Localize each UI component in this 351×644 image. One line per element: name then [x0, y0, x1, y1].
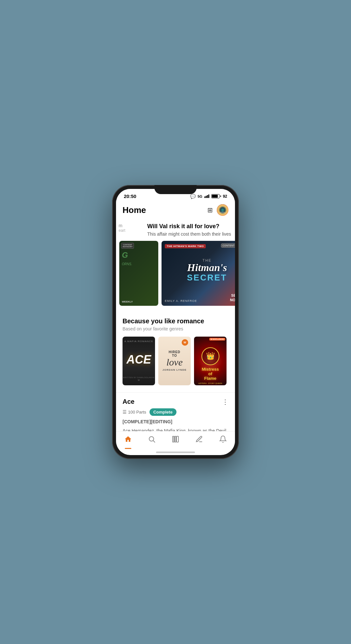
nav-item-library[interactable] — [172, 435, 179, 445]
svg-point-4 — [149, 437, 154, 441]
complete-badge: Complete — [150, 408, 176, 416]
book-banner-featured[interactable]: THE HITMAN'S MARK TWO CONTENT ADVISORY T… — [162, 241, 235, 306]
banner-partial-sub: eart — [119, 228, 139, 233]
hitman-promo-text: SEASON 1NOW FREE — [230, 293, 235, 303]
book-detail-header: Ace ⋮ — [123, 398, 228, 406]
write-icon — [195, 435, 203, 445]
nav-item-notifications[interactable] — [219, 435, 227, 445]
ace-wattpad: w — [123, 378, 155, 381]
book-banner-left[interactable]: CONTENTADVISORY G ORNS. WEEKLY — [119, 241, 158, 306]
header-icons: ⊞ — [207, 204, 228, 216]
ace-title-display: ACE — [123, 353, 155, 366]
parts-info: ☰ 100 Parts — [123, 409, 146, 415]
svg-line-5 — [153, 441, 155, 443]
banner-title: Will Val risk it all for love? — [147, 223, 234, 230]
exclusive-badge: W Exclusive — [209, 338, 225, 341]
avatar[interactable] — [217, 204, 228, 216]
app-header: Home ⊞ — [116, 202, 235, 220]
weekly-badge: WEEKLY — [122, 300, 133, 303]
battery-level: 92 — [223, 194, 227, 199]
library-icon — [172, 435, 179, 445]
svg-rect-7 — [175, 436, 176, 442]
page-title: Home — [123, 205, 146, 215]
banner-card-main[interactable]: Will Val risk it all for love? This affa… — [142, 220, 235, 241]
mistress-title: MistressofFlame — [202, 367, 219, 381]
signal-bars — [204, 194, 209, 198]
notifications-icon — [219, 435, 227, 445]
book-detail-title: Ace — [123, 398, 135, 405]
book-banner-container[interactable]: CONTENTADVISORY G ORNS. WEEKLY THE HITMA… — [116, 241, 235, 311]
signal-icon: 5G — [198, 194, 202, 198]
hitman-author: EMILY A. RENFROE — [165, 299, 197, 303]
search-icon — [148, 435, 156, 445]
more-options-icon[interactable]: ⋮ — [222, 398, 228, 406]
avatar-image — [217, 204, 228, 216]
nav-item-search[interactable] — [148, 435, 156, 445]
content-advisory-badge-left: CONTENTADVISORY — [121, 243, 134, 249]
hired-badge: w — [182, 339, 188, 346]
svg-rect-6 — [173, 436, 174, 442]
left-book-subtitle: ORNS. — [119, 262, 158, 266]
crown-icon: 👑 — [202, 347, 219, 365]
book-description: Ace Hernandez, the Mafia King, known as … — [123, 427, 228, 431]
ace-author-display: WRITTEN BY DAMILOOLANYK — [123, 377, 155, 378]
book-detail-card: Ace ⋮ ☰ 100 Parts Complete [COMPLETE][ED… — [116, 392, 235, 431]
hitman-title-part1: Hitman's — [165, 262, 235, 273]
section-subtitle: Based on your favorite genres — [123, 326, 228, 331]
banner-partial-label: m — [119, 223, 139, 228]
book-status: [COMPLETE][EDITING] — [123, 419, 228, 424]
notch — [154, 185, 197, 194]
battery-icon — [211, 194, 221, 198]
list-icon: ☰ — [123, 409, 127, 415]
hired-top: HIRED — [166, 350, 183, 354]
book-cover-mistress[interactable]: W Exclusive 👑 MistressofFlame AZITERA · … — [194, 337, 227, 385]
section-title: Because you like romance — [123, 317, 228, 325]
svg-rect-8 — [176, 436, 178, 442]
book-cover-hired[interactable]: w HIRED TO love JORDAN LYNDE — [158, 337, 191, 385]
content-advisory-badge-main: CONTENT ADVISORY — [221, 243, 235, 248]
parts-count: 100 Parts — [128, 410, 146, 415]
status-icons: 💬 5G 92 — [190, 194, 227, 199]
banner-section: m eart Will Val risk it all for love? Th… — [116, 220, 235, 241]
nav-active-indicator — [125, 448, 131, 449]
phone-frame: 20:50 💬 5G 92 — [112, 185, 239, 459]
bottom-nav — [116, 431, 235, 452]
nav-item-write[interactable] — [195, 435, 203, 445]
home-icon — [124, 435, 132, 445]
hitman-promo: SEASON 1NOW FREE — [230, 293, 235, 303]
banner-subtitle: This affair might cost them both their l… — [147, 231, 234, 238]
hitman-series-badge: THE HITMAN'S MARK TWO — [165, 244, 206, 248]
hired-author: JORDAN LYNDE — [162, 368, 187, 371]
whatsapp-icon: 💬 — [190, 194, 196, 199]
filter-icon[interactable]: ⊞ — [207, 206, 213, 214]
hitman-title-part2: SECRET — [165, 273, 235, 283]
book-meta: ☰ 100 Parts Complete — [123, 408, 228, 416]
home-indicator — [156, 452, 195, 453]
romance-section: Because you like romance Based on your f… — [116, 311, 235, 390]
phone-screen: 20:50 💬 5G 92 — [116, 189, 235, 455]
ace-genre: A MAFIA ROMANCE — [123, 340, 155, 343]
status-time: 20:50 — [124, 193, 136, 199]
scroll-content[interactable]: m eart Will Val risk it all for love? Th… — [116, 220, 235, 431]
books-row[interactable]: A MAFIA ROMANCE ACE WRITTEN BY DAMILOOLA… — [123, 337, 228, 387]
svg-point-0 — [217, 204, 228, 216]
mistress-author: AZITERA · STORY QUEEN — [198, 382, 222, 384]
nav-item-home[interactable] — [124, 435, 132, 445]
hired-title: love — [166, 357, 183, 367]
hitman-book-content: THE HITMAN'S MARK TWO CONTENT ADVISORY T… — [162, 241, 235, 306]
banner-scroll[interactable]: m eart Will Val risk it all for love? Th… — [116, 220, 235, 241]
banner-card-left-partial[interactable]: m eart — [116, 220, 142, 241]
book-cover-ace[interactable]: A MAFIA ROMANCE ACE WRITTEN BY DAMILOOLA… — [123, 337, 155, 385]
